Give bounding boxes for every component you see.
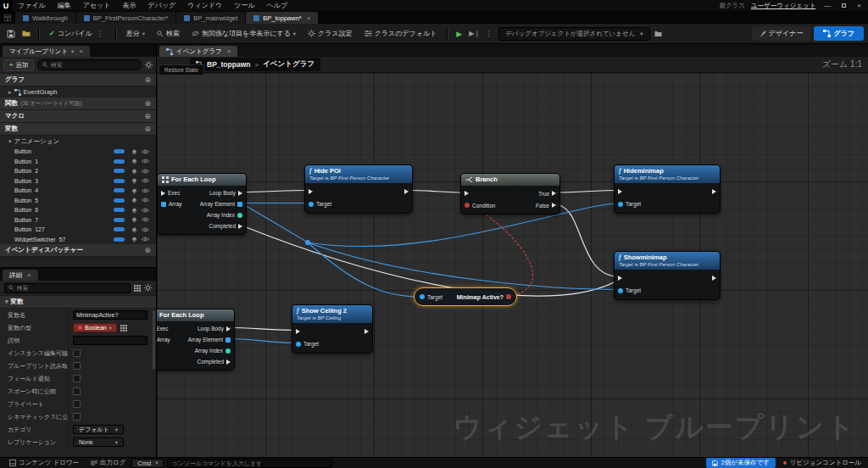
search-input[interactable] <box>51 62 136 68</box>
add-function-icon[interactable]: ⊕ <box>144 99 151 108</box>
pin-array[interactable] <box>161 202 166 207</box>
bell-icon[interactable] <box>131 216 137 223</box>
menu-item-3[interactable]: 表示 <box>117 1 142 10</box>
frame-skip-button[interactable]: ▶❘ <box>467 30 481 37</box>
diff-button[interactable]: 差分▾ <box>121 27 150 40</box>
compile-options-icon[interactable]: ⋮ <box>95 30 105 37</box>
pin-array[interactable] <box>225 337 231 343</box>
bell-icon[interactable] <box>131 197 137 203</box>
section-variables[interactable]: 変数⊕ <box>0 123 156 136</box>
checkbox[interactable] <box>73 362 81 370</box>
pin-bool[interactable] <box>465 203 470 208</box>
node-show-ceiling-2[interactable]: fShow Ceiling 2Target is BP CeilingTarge… <box>292 304 373 354</box>
breadcrumb-root[interactable]: BP_toppawn <box>207 60 250 69</box>
variable-row[interactable]: Button_6 <box>0 205 156 215</box>
console-command-input[interactable] <box>167 459 332 468</box>
details-dropdown[interactable]: デフォルト▾ <box>73 425 124 434</box>
maximize-button[interactable] <box>839 2 849 9</box>
eye-icon[interactable] <box>142 178 149 183</box>
variable-row[interactable]: Button_127 <box>0 225 156 235</box>
node-branch[interactable]: BranchConditionTrueFalse <box>460 173 560 214</box>
cmd-dropdown[interactable]: Cmd▾ <box>131 459 164 468</box>
grid-icon[interactable] <box>120 325 127 332</box>
pin-object[interactable] <box>420 294 425 299</box>
add-graph-icon[interactable]: ⊕ <box>144 75 151 84</box>
pin-exec[interactable] <box>238 224 242 229</box>
variable-row[interactable]: Button_3 <box>0 176 156 187</box>
pin-exec[interactable] <box>296 329 300 334</box>
asset-tab[interactable]: Walkthrough <box>15 12 75 24</box>
reroute-node[interactable] <box>305 240 310 245</box>
add-button[interactable]: +追加 <box>3 59 34 71</box>
variable-type-pill[interactable] <box>114 188 125 192</box>
variable-row[interactable]: Button_5 <box>0 196 156 206</box>
pin-exec[interactable] <box>238 191 242 196</box>
eye-icon[interactable] <box>142 208 149 213</box>
node-hideminimap[interactable]: fHideminimapTarget is BP First Person Ch… <box>614 164 721 214</box>
node-hide-poi[interactable]: fHide POITarget is BP First Person Chara… <box>304 164 413 214</box>
debug-browse-icon[interactable] <box>652 29 665 39</box>
hide-unrelated-button[interactable]: 無関係な項目を非表示にする▾ <box>186 27 301 40</box>
tab-my-blueprint[interactable]: マイブループリント ▾ × <box>3 46 90 57</box>
grid-view-icon[interactable] <box>134 285 141 292</box>
asset-tab[interactable]: BP_mainwidget <box>176 12 245 24</box>
pin-exec[interactable] <box>712 189 716 194</box>
breadcrumb-current[interactable]: イベントグラフ <box>263 59 314 70</box>
pin-array[interactable] <box>237 202 242 207</box>
pin-exec[interactable] <box>404 189 409 194</box>
bell-icon[interactable] <box>131 158 137 164</box>
variable-type-pill[interactable] <box>114 208 125 212</box>
menu-item-2[interactable]: アセット <box>77 1 117 10</box>
variable-type-pill[interactable] <box>114 179 125 183</box>
animation-category[interactable]: ▾アニメーション <box>0 136 156 147</box>
section-macros[interactable]: マクロ⊕ <box>0 110 156 123</box>
checkbox[interactable] <box>73 413 81 421</box>
bell-icon[interactable] <box>131 207 137 214</box>
variable-type-dropdown[interactable]: Boolean▾ <box>73 323 117 332</box>
variable-row[interactable]: Button_4 <box>0 186 156 196</box>
pin-object[interactable] <box>296 342 301 347</box>
details-scrollbar[interactable] <box>153 310 155 370</box>
section-graphs[interactable]: グラフ⊕ <box>0 74 156 86</box>
eye-icon[interactable] <box>142 188 149 193</box>
unreal-logo-icon[interactable]: U <box>0 0 12 11</box>
tab-details[interactable]: 詳細 × <box>3 270 38 281</box>
save-icon[interactable] <box>4 28 18 40</box>
minimize-button[interactable]: — <box>821 2 833 9</box>
details-input[interactable] <box>73 310 147 320</box>
add-macro-icon[interactable]: ⊕ <box>144 112 151 120</box>
asset-tab[interactable]: BP_toppawn*× <box>246 12 318 24</box>
pin-exec[interactable] <box>552 203 556 208</box>
menu-item-4[interactable]: デバッグ <box>142 1 182 10</box>
node-foreach-1[interactable]: For Each LoopExecArrayLoop BodyArray Ele… <box>157 173 247 235</box>
node-showminimap[interactable]: fShowminimapTarget is BP First Person Ch… <box>614 251 721 300</box>
close-icon[interactable]: × <box>307 14 311 22</box>
bell-icon[interactable] <box>131 236 137 242</box>
pin-object[interactable] <box>618 288 623 293</box>
pin-exec[interactable] <box>161 191 165 196</box>
details-search-input[interactable] <box>17 285 126 291</box>
details-input[interactable] <box>73 336 147 345</box>
eye-icon[interactable] <box>142 237 149 242</box>
close-icon[interactable]: × <box>227 47 231 55</box>
pin-exec[interactable] <box>226 326 231 332</box>
close-icon[interactable]: × <box>79 47 83 55</box>
details-dropdown[interactable]: None▾ <box>73 437 124 447</box>
variable-type-pill[interactable] <box>114 149 125 153</box>
menu-item-0[interactable]: ファイル <box>12 1 52 10</box>
variable-row[interactable]: WidgetSwitcher_57 <box>0 235 156 245</box>
my-blueprint-search[interactable] <box>37 59 142 70</box>
pin-exec[interactable] <box>618 276 622 281</box>
close-icon[interactable]: × <box>27 271 31 279</box>
eye-icon[interactable] <box>142 149 149 154</box>
close-window-button[interactable]: × <box>854 2 864 9</box>
settings-gear-icon[interactable] <box>145 61 153 69</box>
output-log-button[interactable]: 出力ログ <box>85 458 131 468</box>
checkbox[interactable] <box>73 400 81 408</box>
unsaved-badge[interactable]: 2個が未保存です <box>706 458 776 468</box>
bell-icon[interactable] <box>131 187 137 194</box>
collapse-caret-icon[interactable]: ▾ <box>8 138 12 145</box>
variable-type-pill[interactable] <box>114 198 125 203</box>
pin-int[interactable] <box>225 348 231 354</box>
variable-type-pill[interactable] <box>114 159 125 164</box>
